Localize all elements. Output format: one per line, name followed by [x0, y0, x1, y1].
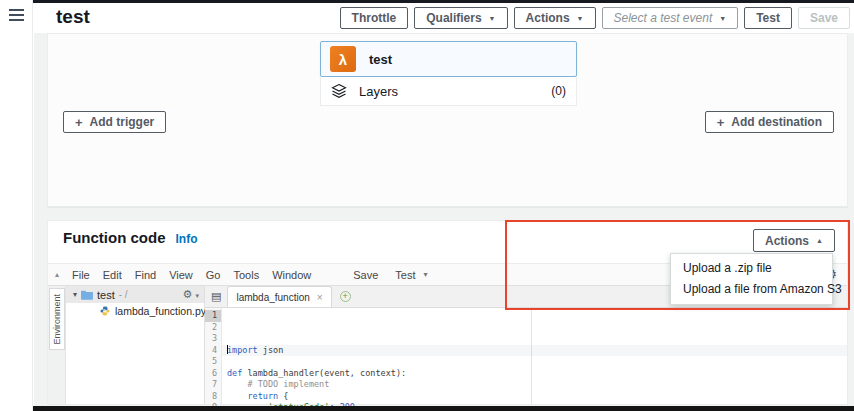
plus-icon: + — [75, 115, 83, 130]
menu-tools[interactable]: Tools — [233, 269, 259, 281]
line-number: 1 — [205, 310, 221, 322]
menu-window[interactable]: Window — [272, 269, 311, 281]
tab-list-icon[interactable]: ▤ — [211, 291, 221, 302]
actions-button-header[interactable]: Actions▼ — [514, 7, 596, 29]
top-window-edge — [33, 0, 854, 3]
function-code-actions-button[interactable]: Actions ▲ — [753, 229, 835, 252]
line-number: 6 — [205, 368, 221, 380]
code-line-1: import json — [222, 345, 847, 357]
test-button[interactable]: Test — [744, 7, 792, 29]
line-number-gutter: 123456789 — [205, 308, 222, 404]
folder-icon — [81, 290, 93, 300]
caret-down-icon: ▼ — [577, 15, 584, 22]
menu-edit[interactable]: Edit — [103, 269, 122, 281]
test-event-select[interactable]: Select a test event▼ — [602, 7, 739, 29]
code-line-4: # TODO implement — [222, 379, 847, 391]
python-file-icon — [100, 306, 110, 316]
add-destination-button[interactable]: +Add destination — [705, 111, 834, 133]
environment-tab[interactable]: Environment — [49, 288, 65, 350]
tree-settings-gear-icon[interactable]: ⚙ ▾ — [183, 288, 199, 301]
layers-row[interactable]: Layers (0) — [320, 77, 577, 106]
page-title: test — [56, 6, 90, 28]
line-number: 7 — [205, 379, 221, 391]
close-icon[interactable]: × — [317, 292, 323, 303]
menu-go[interactable]: Go — [206, 269, 221, 281]
code-area-wrap: 123456789 import jsondef lambda_handler(… — [205, 308, 847, 404]
editor-save-menu[interactable]: Save — [353, 269, 378, 281]
function-name: test — [369, 52, 392, 67]
code-line-5: return { — [222, 391, 847, 403]
caret-down-icon: ▼ — [489, 15, 496, 22]
editor-tab[interactable]: lambda_function × — [227, 286, 331, 307]
lambda-icon: λ — [330, 46, 356, 72]
editor-test-menu[interactable]: Test — [395, 269, 415, 281]
line-number: 4 — [205, 345, 221, 357]
save-button[interactable]: Save — [798, 7, 850, 29]
function-code-title: Function code — [63, 229, 166, 246]
actions-menu-item-1[interactable]: Upload a file from Amazon S3 — [671, 279, 832, 300]
function-code-header: Function code Info — [63, 229, 198, 246]
layers-label: Layers — [359, 84, 398, 99]
line-number: 8 — [205, 391, 221, 403]
tree-folder-path: - / — [119, 289, 128, 300]
caret-down-icon: ▼ — [719, 15, 726, 22]
line-number: 2 — [205, 322, 221, 334]
hamburger-menu-icon[interactable] — [9, 9, 24, 21]
function-card[interactable]: λ test — [320, 41, 577, 77]
actions-dropdown-menu: Upload a .zip fileUpload a file from Ama… — [670, 253, 833, 305]
line-number: 3 — [205, 333, 221, 345]
throttle-button[interactable]: Throttle — [340, 7, 409, 29]
environment-strip: Environment — [48, 286, 66, 404]
code-line-2 — [222, 356, 847, 368]
plus-icon: + — [717, 115, 725, 130]
file-tree: ▾ test - / ⚙ ▾ lambda_functio — [66, 286, 205, 404]
bottom-window-edge — [33, 406, 854, 411]
tree-file-name: lambda_function.py — [115, 305, 206, 317]
designer-panel: λ test Layers (0) +Add trigger +Add dest… — [47, 33, 848, 207]
qualifiers-button[interactable]: Qualifiers▼ — [414, 7, 507, 29]
menu-view[interactable]: View — [169, 269, 193, 281]
caret-up-icon: ▲ — [816, 237, 823, 244]
layers-count: (0) — [551, 84, 566, 98]
tree-folder-row[interactable]: ▾ test - / ⚙ ▾ — [66, 286, 204, 303]
add-tab-icon[interactable]: + — [340, 291, 351, 302]
line-number: 5 — [205, 356, 221, 368]
lambda-console: test Throttle Qualifiers▼ Actions▼ Selec… — [0, 0, 854, 411]
info-link[interactable]: Info — [176, 232, 198, 246]
tree-folder-name: test — [97, 289, 115, 301]
add-trigger-button[interactable]: +Add trigger — [63, 111, 166, 133]
chevron-down-icon: ▾ — [73, 290, 77, 299]
code-text[interactable]: import jsondef lambda_handler(event, con… — [222, 308, 847, 404]
left-nav-rail — [0, 0, 33, 411]
actions-menu-item-0[interactable]: Upload a .zip file — [671, 258, 832, 279]
caret-down-icon[interactable]: ▾ — [424, 270, 428, 279]
code-line-3: def lambda_handler(event, context): — [222, 368, 847, 380]
function-code-panel: Function code Info ▴ FileEditFindViewGoT… — [47, 220, 848, 405]
layers-icon — [331, 83, 347, 99]
menu-find[interactable]: Find — [135, 269, 156, 281]
editor-menus: FileEditFindViewGoToolsWindow — [59, 269, 311, 281]
menu-file[interactable]: File — [72, 269, 90, 281]
editor-tab-label: lambda_function — [236, 292, 309, 303]
header-actions: Throttle Qualifiers▼ Actions▼ Select a t… — [340, 7, 850, 29]
tree-file-row[interactable]: lambda_function.py — [66, 303, 204, 319]
